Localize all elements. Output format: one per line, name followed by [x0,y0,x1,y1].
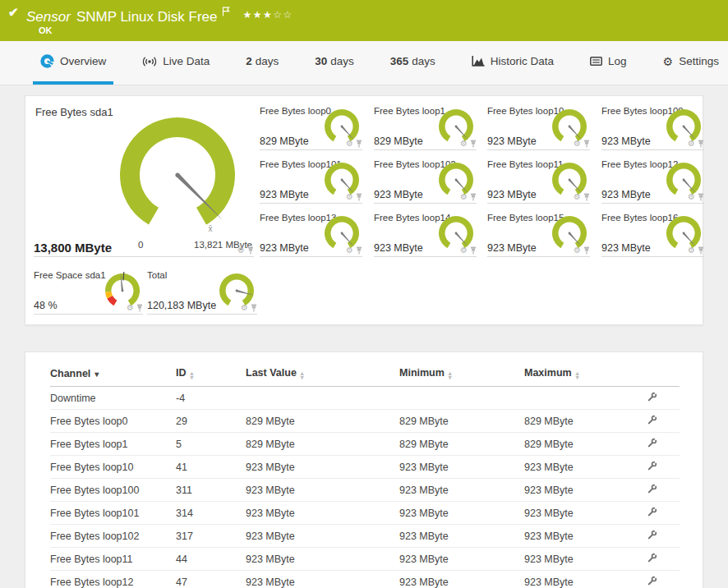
gear-icon[interactable]: ⚙ [237,246,245,255]
tab-live-data[interactable]: Live Data [135,41,217,85]
pin-icon[interactable] [247,246,254,255]
cell-last-value: 923 MByte [246,502,399,525]
table-row[interactable]: Free Bytes loop1041923 MByte923 MByte923… [50,456,680,479]
gear-icon[interactable]: ⚙ [574,140,581,148]
wrench-icon[interactable] [647,392,657,402]
column-label[interactable]: Last Value [246,367,297,379]
pin-icon[interactable] [356,140,362,148]
gauge-value: 923 MByte [601,189,651,200]
tab-number: 2 [246,55,252,67]
column-label[interactable]: ID [176,367,187,379]
sort-toggle-icon[interactable]: ▴▾ [191,371,194,379]
pin-icon[interactable] [356,246,362,255]
gauge-tile[interactable]: Free Bytes loop15923 MByte⚙ [487,208,590,257]
gear-icon[interactable]: ⚙ [460,246,468,255]
gauge-tile[interactable]: Free Bytes loop0829 MByte⚙ [260,101,362,150]
gear-icon[interactable]: ⚙ [460,193,468,201]
gauge-tile[interactable]: Free Bytes loop13923 MByte⚙ [260,208,362,257]
tab-settings[interactable]: ⚙Settings [656,41,726,85]
gear-icon[interactable]: ⚙ [346,246,353,255]
tab-overview[interactable]: Overview [33,41,113,85]
gauge-tile[interactable]: Free Bytes loop11923 MByte⚙ [487,154,590,204]
gauge-title: Free Space sda1 [34,270,106,280]
table-row[interactable]: Free Bytes loop100311923 MByte923 MByte9… [50,479,680,502]
priority-stars[interactable]: ★★★☆☆ [243,9,293,21]
gauge-tile-main[interactable]: Free Bytes sda1 x̄ 0 13,821 MByte 13,800… [34,96,254,257]
gauge-value: 923 MByte [487,136,537,147]
column-label[interactable]: Channel [50,368,90,379]
star-filled-icon[interactable]: ★ [243,9,253,21]
cell-minimum: 923 MByte [399,479,524,502]
pin-icon[interactable] [470,193,477,201]
gear-icon[interactable]: ⚙ [688,246,695,255]
star-filled-icon[interactable]: ★ [253,9,263,21]
wrench-icon[interactable] [647,507,657,517]
gear-icon[interactable]: ⚙ [346,193,353,201]
wrench-icon[interactable] [647,438,657,448]
pin-icon[interactable] [356,193,362,201]
pin-icon[interactable] [251,304,257,312]
wrench-icon[interactable] [647,576,657,586]
pin-icon[interactable] [698,140,704,148]
tab-365-days[interactable]: 365days [383,41,443,85]
cell-id: 47 [176,571,246,588]
tab-historic-data[interactable]: Historic Data [464,41,561,85]
star-empty-icon[interactable]: ☆ [283,9,293,21]
star-empty-icon[interactable]: ☆ [273,9,283,21]
gauge-tile[interactable]: Free Bytes loop14923 MByte⚙ [374,208,477,257]
prtg-sensor-page: ✔ SensorSNMP Linux Disk Free★★★☆☆ OK Ove… [0,0,728,588]
sort-toggle-icon[interactable]: ▴▾ [301,371,304,379]
wrench-icon[interactable] [647,415,657,425]
table-row[interactable]: Free Bytes loop1144923 MByte923 MByte923… [50,548,680,571]
tab-log[interactable]: Log [583,41,634,85]
gear-icon[interactable]: ⚙ [574,193,581,201]
wrench-icon[interactable] [647,484,657,494]
gauge-tile[interactable]: Free Bytes loop1829 MByte⚙ [374,101,477,150]
pin-icon[interactable] [583,193,590,201]
pin-icon[interactable] [698,246,704,255]
sort-toggle-icon[interactable]: ▴▾ [449,371,452,379]
pin-icon[interactable] [583,246,590,255]
wrench-icon[interactable] [647,530,657,540]
table-row[interactable]: Free Bytes loop15829 MByte829 MByte829 M… [50,433,680,456]
flag-icon[interactable] [222,4,230,21]
wrench-icon[interactable] [647,461,657,471]
gauge-tile[interactable]: Free Bytes loop102923 MByte⚙ [374,154,477,204]
table-row[interactable]: Free Bytes loop029829 MByte829 MByte829 … [50,410,680,433]
pin-icon[interactable] [698,193,704,201]
cell-actions [643,456,680,479]
table-row[interactable]: Downtime-4 [50,387,680,410]
pin-icon[interactable] [136,304,143,312]
gear-icon[interactable]: ⚙ [241,304,248,312]
column-label[interactable]: Maximum [524,367,572,379]
cell-id: -4 [176,387,246,410]
gauge-tile[interactable]: Free Space sda148 %⚙ [34,265,143,315]
tab-2-days[interactable]: 2days [238,41,286,85]
star-filled-icon[interactable]: ★ [263,9,273,21]
gauge-tile[interactable]: Free Bytes loop12923 MByte⚙ [601,154,704,204]
gear-icon[interactable]: ⚙ [346,140,353,148]
cell-last-value: 923 MByte [246,525,399,548]
gauge-tile[interactable]: Free Bytes loop100923 MByte⚙ [601,101,704,150]
gauge-tile[interactable]: Free Bytes loop10923 MByte⚙ [487,101,590,150]
wrench-icon[interactable] [647,553,657,563]
gear-icon[interactable]: ⚙ [688,193,695,201]
gauges-card: Free Bytes sda1 x̄ 0 13,821 MByte 13,800… [25,95,703,325]
tab-30-days[interactable]: 30days [307,41,362,85]
sort-desc-icon[interactable]: ▾ [94,370,99,379]
gauge-tile[interactable]: Free Bytes loop101923 MByte⚙ [260,154,362,204]
gauge-tile[interactable]: Total120,183 MByte⚙ [147,265,257,315]
gear-icon[interactable]: ⚙ [127,304,134,312]
pin-icon[interactable] [470,140,477,148]
table-row[interactable]: Free Bytes loop102317923 MByte923 MByte9… [50,525,680,548]
pin-icon[interactable] [583,140,590,148]
gear-icon[interactable]: ⚙ [460,140,468,148]
gauge-tile[interactable]: Free Bytes loop16923 MByte⚙ [601,208,704,257]
table-row[interactable]: Free Bytes loop101314923 MByte923 MByte9… [50,502,680,525]
pin-icon[interactable] [470,246,477,255]
gear-icon[interactable]: ⚙ [688,140,695,148]
sort-toggle-icon[interactable]: ▴▾ [576,371,579,379]
column-label[interactable]: Minimum [399,367,445,379]
table-row[interactable]: Free Bytes loop1247923 MByte923 MByte923… [50,571,680,588]
gear-icon[interactable]: ⚙ [574,246,581,255]
